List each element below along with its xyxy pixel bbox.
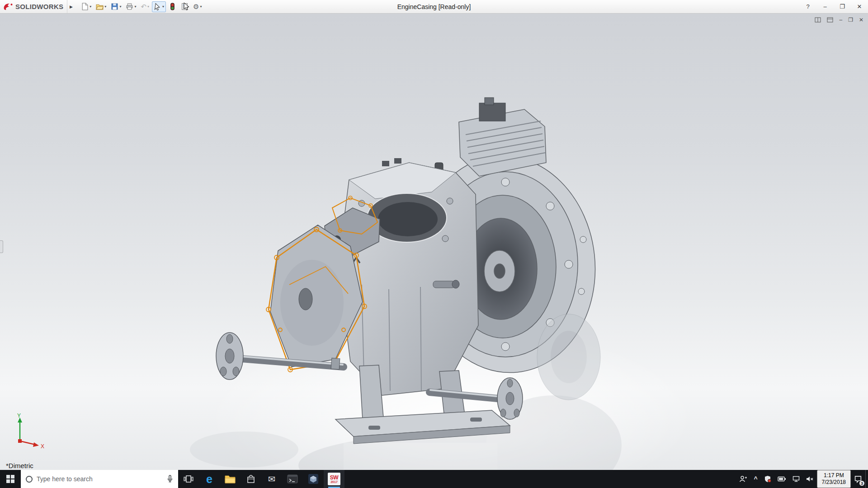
microphone-icon[interactable] bbox=[167, 475, 173, 483]
document-title: EngineCasing [Read-only] bbox=[397, 0, 471, 14]
people-icon bbox=[739, 475, 747, 483]
dropdown-arrow-icon[interactable]: ▾ bbox=[147, 5, 149, 9]
cube-app-icon bbox=[308, 474, 319, 484]
engine-casing-3d-model[interactable] bbox=[0, 14, 868, 470]
edge-button[interactable]: e bbox=[199, 470, 220, 488]
pane-single-icon[interactable] bbox=[827, 16, 833, 23]
people-button[interactable] bbox=[736, 470, 750, 488]
terminal-icon bbox=[287, 474, 298, 484]
rebuild-button[interactable] bbox=[167, 1, 178, 12]
clock-time: 1:17 PM bbox=[824, 472, 844, 479]
quick-access-toolbar: ▾ ▾ ▾ bbox=[79, 1, 203, 12]
brand-text: SOLIDWORKS bbox=[15, 3, 63, 10]
task-view-icon bbox=[184, 474, 193, 483]
doc-minimize-button[interactable]: – bbox=[839, 16, 842, 23]
new-document-button[interactable]: ▾ bbox=[79, 1, 93, 12]
cylinder-fins-block bbox=[435, 98, 546, 178]
windows-taskbar: Type here to search e bbox=[0, 470, 868, 488]
triad-x-label: X bbox=[41, 443, 44, 450]
save-button[interactable]: ▾ bbox=[109, 1, 123, 12]
dropdown-arrow-icon[interactable]: ▾ bbox=[134, 5, 136, 9]
triad-y-label: Y bbox=[17, 413, 21, 419]
speaker-muted-icon bbox=[806, 476, 814, 482]
help-button[interactable]: ? bbox=[799, 0, 816, 13]
close-button[interactable]: ✕ bbox=[851, 0, 868, 13]
file-explorer-button[interactable] bbox=[220, 470, 241, 488]
restore-button[interactable]: ❐ bbox=[834, 0, 851, 13]
ds-logo-icon bbox=[3, 2, 14, 11]
battery-button[interactable] bbox=[774, 470, 789, 488]
document-window-controls: – ❐ ✕ bbox=[815, 16, 863, 23]
cortana-search-icon bbox=[26, 476, 33, 483]
pane-split-icon[interactable] bbox=[815, 16, 821, 23]
select-button[interactable]: ▾ bbox=[152, 1, 166, 12]
doc-close-button[interactable]: ✕ bbox=[859, 16, 863, 23]
edge-icon: e bbox=[206, 473, 212, 486]
volume-button[interactable] bbox=[803, 470, 817, 488]
windows-logo-icon bbox=[6, 475, 14, 483]
clock-date: 7/23/2018 bbox=[822, 479, 846, 486]
gear-icon: ⚙ bbox=[193, 3, 199, 11]
solidworks-app-icon: SW 2017 bbox=[328, 473, 340, 485]
task-view-button[interactable] bbox=[178, 470, 199, 488]
title-bar: SOLIDWORKS ▶ ▾ ▾ bbox=[0, 0, 868, 14]
network-button[interactable] bbox=[789, 470, 803, 488]
shield-alert-icon bbox=[764, 475, 771, 483]
mail-button[interactable]: ✉ bbox=[261, 470, 282, 488]
action-center-button[interactable]: 3 bbox=[851, 470, 865, 488]
dropdown-arrow-icon[interactable]: ▾ bbox=[90, 5, 91, 9]
taskbar-search[interactable]: Type here to search bbox=[21, 470, 178, 488]
solidworks-window: SOLIDWORKS ▶ ▾ ▾ bbox=[0, 0, 868, 488]
featuremanager-flyout-handle[interactable] bbox=[0, 240, 3, 253]
view-orientation-label: *Dimetric bbox=[6, 462, 33, 469]
battery-icon bbox=[778, 476, 786, 482]
graphics-area[interactable]: – ❐ ✕ Y X *Dimetric bbox=[0, 14, 868, 470]
notification-count-badge: 3 bbox=[859, 481, 864, 486]
minimize-button[interactable]: – bbox=[816, 0, 834, 13]
window-controls: ? – ❐ ✕ bbox=[799, 0, 868, 13]
solidworks-icon-text: SW bbox=[330, 475, 338, 480]
open-button[interactable]: ▾ bbox=[94, 1, 108, 12]
store-button[interactable] bbox=[241, 470, 261, 488]
system-tray: ^ bbox=[736, 470, 868, 488]
undo-button[interactable]: ↶ ▾ bbox=[139, 1, 151, 12]
tray-overflow-button[interactable]: ^ bbox=[750, 470, 760, 488]
file-properties-icon bbox=[181, 3, 189, 10]
solidworks-taskbar-button[interactable]: SW 2017 bbox=[324, 470, 344, 488]
folder-icon bbox=[225, 474, 236, 483]
print-button[interactable]: ▾ bbox=[124, 1, 138, 12]
dark-cube-app-button[interactable] bbox=[303, 470, 324, 488]
undo-icon: ↶ bbox=[141, 3, 146, 11]
dropdown-arrow-icon[interactable]: ▾ bbox=[119, 5, 121, 9]
search-placeholder: Type here to search bbox=[37, 475, 163, 483]
menu-flyout-arrow[interactable]: ▶ bbox=[67, 1, 75, 13]
start-button[interactable] bbox=[0, 470, 21, 488]
solidworks-logo: SOLIDWORKS bbox=[0, 0, 67, 13]
doc-restore-button[interactable]: ❐ bbox=[848, 16, 853, 23]
file-properties-button[interactable] bbox=[179, 1, 190, 12]
clock[interactable]: 1:17 PM 7/23/2018 bbox=[817, 470, 851, 488]
show-desktop-button[interactable] bbox=[865, 470, 868, 488]
dropdown-arrow-icon[interactable]: ▾ bbox=[104, 5, 106, 9]
security-alert-button[interactable] bbox=[761, 470, 774, 488]
orientation-triad: Y X bbox=[10, 413, 48, 451]
store-bag-icon bbox=[246, 474, 255, 483]
select-cursor-icon bbox=[154, 3, 161, 10]
save-floppy-icon bbox=[111, 3, 118, 10]
options-button[interactable]: ⚙ ▾ bbox=[191, 1, 203, 12]
open-folder-icon bbox=[96, 3, 104, 10]
print-icon bbox=[126, 3, 133, 10]
rear-ghost-component bbox=[537, 314, 600, 400]
solidworks-icon-year: 2017 bbox=[330, 480, 338, 483]
mail-envelope-icon: ✉ bbox=[268, 474, 275, 484]
dropdown-arrow-icon[interactable]: ▾ bbox=[162, 5, 164, 9]
rebuild-traffic-light-icon bbox=[169, 3, 176, 10]
stub-shaft bbox=[433, 280, 459, 288]
new-document-icon bbox=[81, 3, 89, 10]
caret-up-icon: ^ bbox=[754, 475, 757, 483]
dropdown-arrow-icon[interactable]: ▾ bbox=[200, 5, 202, 9]
network-icon bbox=[793, 476, 800, 482]
terminal-app-button[interactable] bbox=[282, 470, 303, 488]
